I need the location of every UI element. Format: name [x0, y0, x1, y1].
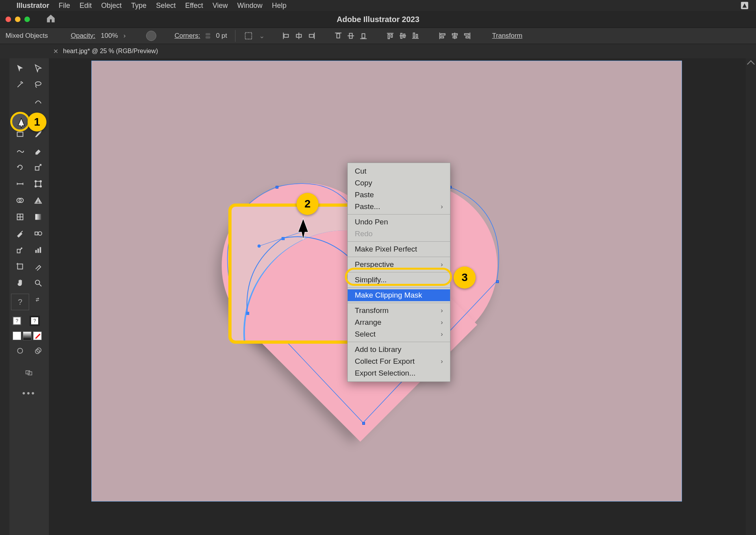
corners-value[interactable]: 0 pt: [216, 32, 227, 40]
ctx-cut[interactable]: Cut: [348, 165, 450, 177]
ctx-make-pixel-perfect[interactable]: Make Pixel Perfect: [348, 243, 450, 255]
draw-behind-icon[interactable]: [29, 342, 47, 359]
chevron-right-icon: ›: [441, 307, 443, 315]
adobe-cloud-icon[interactable]: [740, 1, 749, 10]
menu-object[interactable]: Object: [101, 2, 122, 10]
ctx-transform[interactable]: Transform›: [348, 305, 450, 317]
edit-toolbar-icon[interactable]: •••: [11, 385, 47, 402]
menu-view[interactable]: View: [213, 2, 228, 10]
distribute-top-icon[interactable]: [385, 31, 395, 41]
close-window-button[interactable]: [6, 17, 11, 22]
shaper-tool-icon[interactable]: [11, 143, 29, 159]
pen-tool-icon[interactable]: [11, 93, 29, 109]
mesh-tool-icon[interactable]: [11, 209, 29, 225]
home-icon[interactable]: [46, 13, 56, 25]
zoom-window-button[interactable]: [24, 17, 30, 22]
menu-window[interactable]: Window: [237, 2, 263, 10]
opacity-value[interactable]: 100%: [101, 32, 118, 40]
menu-effect[interactable]: Effect: [185, 2, 203, 10]
scale-tool-icon[interactable]: [29, 159, 47, 176]
ctx-undo-pen[interactable]: Undo Pen: [348, 216, 450, 228]
distribute-left-icon[interactable]: [437, 31, 447, 41]
stroke-swatch[interactable]: ?: [23, 313, 46, 329]
none-swatch[interactable]: [33, 331, 42, 340]
artboard-tool-icon[interactable]: [11, 258, 29, 275]
menu-edit[interactable]: Edit: [80, 2, 92, 10]
column-graph-tool-icon[interactable]: [29, 242, 47, 258]
align-bottom-icon[interactable]: [358, 31, 369, 41]
opacity-label[interactable]: Opacity:: [71, 32, 95, 40]
align-vcenter-icon[interactable]: [346, 31, 356, 41]
align-right-icon[interactable]: [306, 31, 317, 41]
anchor-point[interactable]: [496, 280, 499, 283]
gradient-tool-icon[interactable]: [29, 209, 47, 225]
fill-stroke-swap-icon[interactable]: [29, 291, 47, 308]
recolor-artwork-icon[interactable]: [146, 31, 156, 41]
ctx-select[interactable]: Select›: [348, 328, 450, 340]
anchor-point[interactable]: [276, 186, 278, 189]
screen-mode-icon[interactable]: [11, 365, 47, 381]
draw-normal-icon[interactable]: [11, 342, 29, 359]
gradient-swatch[interactable]: [23, 331, 32, 340]
pen-cursor-icon: [295, 218, 312, 243]
fill-swatch[interactable]: ?: [11, 313, 23, 329]
distribute-bottom-icon[interactable]: [410, 31, 421, 41]
shape-builder-tool-icon[interactable]: [11, 192, 29, 209]
perspective-grid-tool-icon[interactable]: [29, 192, 47, 209]
selection-tool-icon[interactable]: [11, 60, 29, 76]
align-top-icon[interactable]: [333, 31, 343, 41]
symbol-sprayer-tool-icon[interactable]: [11, 242, 29, 258]
hand-tool-icon[interactable]: [11, 275, 29, 291]
svg-rect-22: [416, 34, 418, 37]
eyedropper-tool-icon[interactable]: [11, 225, 29, 242]
document-tab-title[interactable]: heart.jpg* @ 25 % (RGB/Preview): [63, 48, 158, 55]
curvature-tool-icon[interactable]: [29, 93, 47, 109]
magic-wand-tool-icon[interactable]: [11, 76, 29, 93]
minimize-window-button[interactable]: [15, 17, 20, 22]
dropdown-icon[interactable]: ⌄: [259, 32, 265, 40]
blend-tool-icon[interactable]: [29, 225, 47, 242]
lasso-tool-icon[interactable]: [29, 76, 47, 93]
ctx-paste[interactable]: Paste: [348, 189, 450, 201]
ctx-collect-for-export[interactable]: Collect For Export›: [348, 355, 450, 367]
ctx-arrange[interactable]: Arrange›: [348, 317, 450, 328]
menu-type[interactable]: Type: [131, 2, 146, 10]
svg-point-49: [38, 231, 42, 235]
corners-label[interactable]: Corners:: [174, 32, 200, 40]
fill-stroke-default-icon[interactable]: ?: [11, 294, 29, 310]
canvas[interactable]: 2 Cut Copy Paste Paste...› Undo Pen Redo…: [49, 58, 746, 535]
ctx-export-selection[interactable]: Export Selection...: [348, 367, 450, 379]
distribute-hcenter-icon[interactable]: [450, 31, 460, 41]
rotate-tool-icon[interactable]: [11, 159, 29, 176]
corners-stepper[interactable]: [206, 33, 210, 39]
menu-file[interactable]: File: [59, 2, 70, 10]
distribute-v-group: [437, 31, 472, 41]
transform-label[interactable]: Transform: [492, 32, 523, 40]
ctx-make-clipping-mask[interactable]: Make Clipping Mask: [348, 289, 450, 301]
ctx-copy[interactable]: Copy: [348, 177, 450, 189]
slice-tool-icon[interactable]: [29, 258, 47, 275]
distribute-vcenter-icon[interactable]: [398, 31, 408, 41]
menu-help[interactable]: Help: [272, 2, 287, 10]
svg-point-38: [35, 181, 37, 182]
ctx-paste-special[interactable]: Paste...›: [348, 201, 450, 213]
ctx-add-to-library[interactable]: Add to Library: [348, 344, 450, 355]
menu-select[interactable]: Select: [156, 2, 176, 10]
svg-rect-30: [464, 34, 469, 35]
distribute-right-icon[interactable]: [462, 31, 472, 41]
zoom-tool-icon[interactable]: [29, 275, 47, 291]
right-panel-collapse[interactable]: [746, 58, 756, 535]
opacity-dropdown-icon[interactable]: ›: [124, 32, 126, 40]
anchor-point[interactable]: [362, 422, 365, 425]
free-transform-tool-icon[interactable]: [29, 176, 47, 192]
svg-rect-9: [337, 34, 339, 38]
close-tab-icon[interactable]: ✕: [53, 48, 58, 55]
menu-app-name[interactable]: Illustrator: [17, 2, 49, 10]
align-left-icon[interactable]: [281, 31, 291, 41]
eraser-tool-icon[interactable]: [29, 143, 47, 159]
width-tool-icon[interactable]: [11, 176, 29, 192]
direct-selection-tool-icon[interactable]: [29, 60, 47, 76]
color-swatch[interactable]: [13, 331, 21, 340]
align-hcenter-icon[interactable]: [294, 31, 304, 41]
align-to-pixel-icon[interactable]: [243, 31, 254, 41]
